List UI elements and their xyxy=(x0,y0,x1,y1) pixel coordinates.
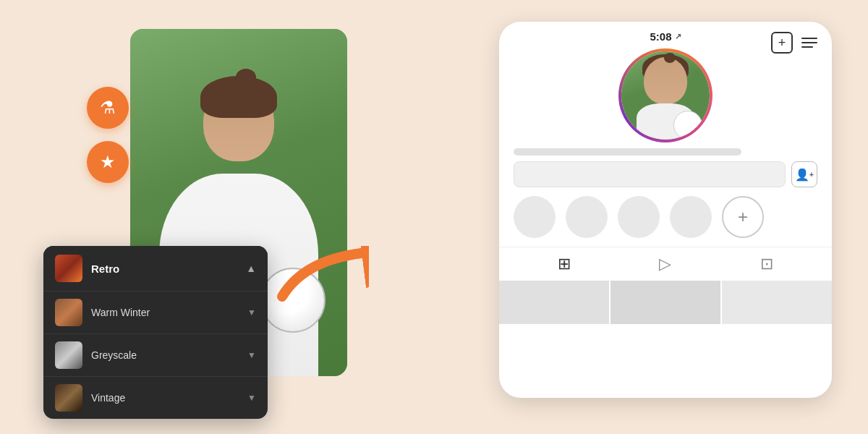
avatar-inner xyxy=(621,51,710,140)
filter-thumb-retro xyxy=(55,255,82,282)
flask-button[interactable]: ⚗ xyxy=(87,87,129,129)
chevron-down-icon-warm: ▼ xyxy=(247,307,256,318)
phone-mockup: 5:08 ↗ + xyxy=(499,22,832,398)
search-input[interactable] xyxy=(514,161,786,187)
chevron-up-icon: ▲ xyxy=(246,263,256,274)
tab-play[interactable]: ▷ xyxy=(659,255,671,273)
menu-line-1 xyxy=(801,38,817,39)
avatar-photo xyxy=(621,51,710,140)
story-add-icon: + xyxy=(738,207,748,227)
grid-cell-3[interactable] xyxy=(722,281,832,324)
add-person-button[interactable]: 👤 + xyxy=(791,161,817,187)
avatar-face xyxy=(644,57,687,104)
filter-item-vintage[interactable]: Vintage ▼ xyxy=(43,377,268,419)
story-add-button[interactable]: + xyxy=(722,196,764,238)
right-section: 5:08 ↗ + xyxy=(499,22,846,412)
direction-arrow xyxy=(275,246,369,311)
avatar-ball xyxy=(673,111,702,140)
filter-panel: Retro ▲ Warm Winter ▼ Greyscale ▼ Vintag… xyxy=(43,246,268,419)
tab-grid[interactable]: ⊞ xyxy=(558,255,571,273)
name-bar-area xyxy=(499,142,832,156)
story-circle-3[interactable] xyxy=(618,196,660,238)
photo-hair-bun-decor xyxy=(236,69,256,86)
filter-label-greyscale: Greyscale xyxy=(91,349,247,361)
flask-icon: ⚗ xyxy=(100,98,116,118)
filter-thumb-warm-winter xyxy=(55,299,82,326)
nav-icon: ↗ xyxy=(675,32,681,41)
filter-thumb-vintage xyxy=(55,384,82,412)
filter-item-greyscale[interactable]: Greyscale ▼ xyxy=(43,334,268,376)
search-area: 👤 + xyxy=(499,156,832,193)
tab-photo[interactable]: ⊡ xyxy=(760,255,773,273)
chevron-down-icon-vintage: ▼ xyxy=(247,393,256,403)
avatar-ring[interactable] xyxy=(618,48,712,142)
filter-label-vintage: Vintage xyxy=(91,392,247,404)
filter-label-warm-winter: Warm Winter xyxy=(91,307,247,318)
chevron-down-icon-grey: ▼ xyxy=(247,350,256,360)
grid-cell-2[interactable] xyxy=(610,281,720,324)
left-section: ⚗ ★ Retro ▲ Warm Winter ▼ Greyscale ▼ xyxy=(43,29,376,405)
arrow-container xyxy=(275,246,369,314)
stories-row: + xyxy=(499,193,832,241)
filter-header-label: Retro xyxy=(91,263,246,275)
profile-section xyxy=(499,43,832,142)
name-bar xyxy=(514,148,741,156)
status-time: 5:08 xyxy=(650,30,671,43)
add-person-plus: + xyxy=(809,171,814,179)
star-icon: ★ xyxy=(100,152,116,172)
grid-cell-1[interactable] xyxy=(499,281,609,324)
add-person-icon: 👤 xyxy=(795,168,809,182)
story-circle-4[interactable] xyxy=(670,196,712,238)
filter-thumb-greyscale xyxy=(55,341,82,369)
story-circle-2[interactable] xyxy=(566,196,608,238)
story-circle-1[interactable] xyxy=(514,196,556,238)
avatar-hair-bun xyxy=(664,53,676,63)
filter-item-warm-winter[interactable]: Warm Winter ▼ xyxy=(43,292,268,333)
star-button[interactable]: ★ xyxy=(87,141,129,183)
grid-thumbnails xyxy=(499,281,832,324)
tab-bar: ⊞ ▷ ⊡ xyxy=(499,247,832,281)
filter-header-retro[interactable]: Retro ▲ xyxy=(43,246,268,291)
